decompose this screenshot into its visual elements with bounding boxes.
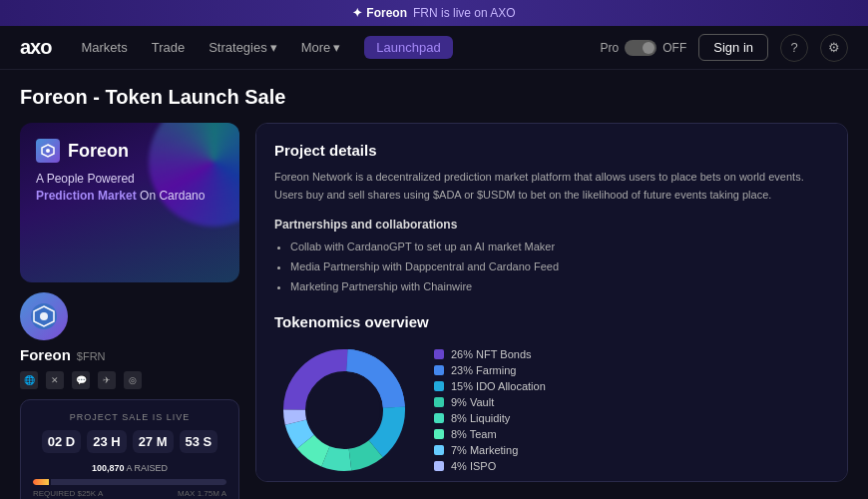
raised-amount: 100,870: [92, 463, 125, 473]
legend-dot: [434, 349, 444, 359]
legend-dot: [434, 381, 444, 391]
project-details-title: Project details: [274, 142, 829, 159]
legend-item: 4% ISPO: [434, 460, 546, 472]
minutes-value: 27 M: [139, 434, 168, 449]
nav-trade[interactable]: Trade: [152, 40, 185, 55]
legend-dot: [434, 413, 444, 423]
project-logo-area: Foreon A People Powered Prediction Marke…: [36, 139, 223, 205]
tokenomics-section: 26% NFT Bonds 23% Farming 15% IDO Alloca…: [274, 340, 829, 480]
page-title: Foreon - Token Launch Sale: [20, 86, 848, 109]
legend-label: 8% Liquidity: [451, 412, 510, 424]
announcement-text: FRN is live on AXO: [413, 6, 516, 20]
nav-strategies[interactable]: Strategies ▾: [209, 40, 277, 55]
legend-label: 15% IDO Allocation: [451, 380, 546, 392]
project-name-ticker: Foreon $FRN: [20, 346, 106, 363]
site-logo[interactable]: axo: [20, 36, 51, 59]
days-value: 02 D: [48, 434, 75, 449]
list-item: Media Partnership with Dappcentral and C…: [290, 257, 829, 277]
toggle-switch[interactable]: [625, 40, 656, 56]
announcement-bar: ✦ Foreon FRN is live on AXO: [0, 0, 868, 26]
partnerships-title: Partnerships and collaborations: [274, 218, 829, 232]
twitter-icon[interactable]: ✕: [46, 371, 64, 389]
project-logo-icon: Foreon: [36, 139, 223, 163]
legend-label: 26% NFT Bonds: [451, 348, 532, 360]
toggle-knob: [643, 42, 654, 54]
legend-label: 7% Marketing: [451, 444, 518, 456]
discord-icon[interactable]: 💬: [72, 371, 90, 389]
project-name: Foreon: [20, 346, 71, 363]
legend-dot: [434, 445, 444, 455]
project-ticker: $FRN: [77, 350, 106, 362]
project-description: Foreon Network is a decentralized predic…: [274, 169, 829, 204]
legend-label: 9% Vault: [451, 396, 494, 408]
legend-item: 26% NFT Bonds: [434, 348, 546, 360]
list-item: Collab with CardanoGPT to set up an AI m…: [290, 238, 829, 257]
foreon-logo-symbol: ✦: [352, 6, 362, 20]
progress-labels: REQUIRED $25K A MAX 1.75M A: [33, 489, 226, 498]
countdown-minutes: 27 M: [133, 430, 174, 453]
countdown-seconds: 53 S: [180, 430, 218, 453]
telegram-icon[interactable]: ✈: [98, 371, 116, 389]
page-content: Foreon - Token Launch Sale Foreon: [0, 70, 868, 499]
nav-launchpad[interactable]: Launchpad: [364, 36, 452, 59]
nav-right: Pro OFF Sign in ? ⚙: [601, 34, 848, 62]
seconds-value: 53 S: [186, 434, 213, 449]
progress-filled: [33, 479, 49, 485]
medium-icon[interactable]: ◎: [124, 371, 142, 389]
raised-label: A RAISED: [127, 463, 169, 473]
left-panel: Foreon A People Powered Prediction Marke…: [20, 123, 239, 499]
nav-links: Markets Trade Strategies ▾ More ▾ Launch…: [81, 36, 600, 59]
legend-dot: [434, 397, 444, 407]
legend-dot: [434, 429, 444, 439]
countdown-days: 02 D: [42, 430, 81, 453]
nav-more[interactable]: More ▾: [301, 40, 341, 55]
tokenomics-title: Tokenomics overview: [274, 313, 829, 330]
legend-label: 4% ISPO: [451, 460, 496, 472]
announcement-logo: ✦ Foreon: [352, 6, 407, 20]
project-avatar-section: Foreon $FRN 🌐 ✕ 💬 ✈ ◎: [20, 292, 239, 389]
project-avatar: [20, 292, 68, 340]
sale-status-label: PROJECT SALE IS LIVE: [33, 412, 226, 422]
raised-info: 100,870 A RAISED: [33, 463, 226, 473]
sale-card: PROJECT SALE IS LIVE 02 D 23 H 27 M 53 S: [20, 399, 239, 499]
pro-toggle[interactable]: Pro OFF: [601, 40, 687, 56]
announcement-brand: Foreon: [366, 6, 407, 20]
countdown-timer: 02 D 23 H 27 M 53 S: [33, 430, 226, 453]
project-brand-name: Foreon: [68, 141, 129, 162]
chevron-down-icon: ▾: [270, 40, 277, 55]
legend-item: 8% Team: [434, 428, 546, 440]
partnership-list: Collab with CardanoGPT to set up an AI m…: [274, 238, 829, 296]
website-icon[interactable]: 🌐: [20, 371, 38, 389]
help-icon[interactable]: ?: [780, 34, 808, 62]
project-hero-card: Foreon A People Powered Prediction Marke…: [20, 123, 239, 282]
right-panel: Project details Foreon Network is a dece…: [255, 123, 848, 482]
navbar: axo Markets Trade Strategies ▾ More ▾ La…: [0, 26, 868, 70]
legend-dot: [434, 365, 444, 375]
svg-point-15: [308, 374, 380, 446]
legend-label: 23% Farming: [451, 364, 516, 376]
legend-item: 8% Liquidity: [434, 412, 546, 424]
progress-empty: [51, 479, 226, 485]
chevron-down-icon: ▾: [333, 40, 340, 55]
max-label: MAX 1.75M A: [178, 489, 226, 498]
required-label: REQUIRED $25K A: [33, 489, 103, 498]
settings-icon[interactable]: ⚙: [820, 34, 848, 62]
pro-label: Pro: [601, 41, 620, 55]
toggle-state-label: OFF: [662, 41, 686, 55]
svg-point-4: [40, 312, 48, 320]
nav-markets[interactable]: Markets: [81, 40, 127, 55]
legend-list: 26% NFT Bonds 23% Farming 15% IDO Alloca…: [434, 348, 546, 472]
list-item: Marketing Partnership with Chainwire: [290, 277, 829, 297]
legend-item: 9% Vault: [434, 396, 546, 408]
signin-button[interactable]: Sign in: [698, 34, 768, 61]
legend-item: 7% Marketing: [434, 444, 546, 456]
donut-chart: [274, 340, 414, 480]
project-socials: 🌐 ✕ 💬 ✈ ◎: [20, 371, 142, 389]
legend-item: 15% IDO Allocation: [434, 380, 546, 392]
foreon-brand-icon: [36, 139, 60, 163]
legend-item: 23% Farming: [434, 364, 546, 376]
donut-svg: [274, 340, 414, 480]
svg-point-1: [46, 149, 50, 153]
legend-dot: [434, 461, 444, 471]
legend-label: 8% Team: [451, 428, 497, 440]
